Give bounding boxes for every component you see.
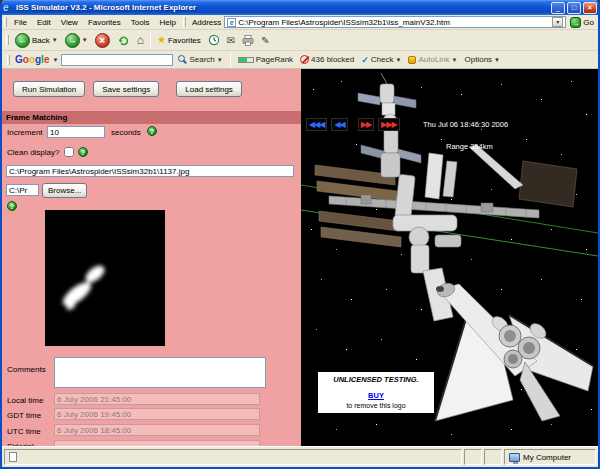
print-icon (242, 35, 254, 46)
clean-display-help-icon[interactable]: ? (78, 147, 88, 157)
rewind-button[interactable]: ◀◀ (331, 118, 347, 131)
pagerank-meter-icon (238, 57, 254, 63)
popup-blocked-button[interactable]: 436 blocked (298, 55, 356, 64)
license-banner: UNLICENSED TESTING. BUY to remove this l… (317, 371, 435, 414)
history-button[interactable] (205, 33, 223, 47)
clean-display-label: Clean display? (7, 148, 59, 157)
refresh-icon (117, 34, 130, 47)
search-dropdown-icon[interactable]: ▼ (217, 57, 223, 63)
toolbar-grip[interactable] (6, 35, 9, 45)
toolbar-separator (150, 32, 151, 48)
history-clock-icon (208, 34, 220, 46)
range-readout: Range 354km (446, 142, 493, 151)
menu-help[interactable]: Help (154, 18, 180, 27)
search-icon (178, 55, 187, 64)
address-label: Address (188, 18, 224, 27)
license-tail: to remove this logo (320, 402, 432, 409)
back-icon: ← (15, 33, 30, 48)
toolbar-grip[interactable] (183, 17, 186, 27)
forward-play-button[interactable]: ▶▶ (358, 118, 374, 131)
iss-thumbnail-blob (45, 210, 165, 346)
status-segment (464, 449, 482, 465)
google-search-button[interactable]: Search ▼ (176, 55, 224, 64)
increment-input[interactable] (47, 126, 105, 138)
increment-help-icon[interactable]: ? (147, 126, 157, 136)
forward-button[interactable]: → ▼ (62, 32, 91, 49)
favorites-button[interactable]: ★ Favorites (154, 34, 204, 46)
toolbar-grip[interactable] (4, 17, 7, 27)
document-status-icon (9, 452, 17, 462)
status-message-area (4, 449, 462, 465)
utc-time-field (54, 424, 260, 436)
buy-link[interactable]: BUY (368, 391, 384, 400)
maximize-button[interactable]: □ (567, 2, 581, 14)
status-segment (484, 449, 502, 465)
check-dropdown-icon[interactable]: ▼ (395, 57, 401, 63)
toolbar-grip[interactable] (7, 55, 10, 65)
stop-button[interactable]: × (92, 32, 113, 49)
clean-display-checkbox[interactable] (64, 147, 74, 157)
status-bar: My Computer (2, 446, 598, 467)
popup-blocker-icon (300, 55, 309, 64)
title-bar[interactable]: e ISS Simulator V3.2 - Microsoft Interne… (0, 0, 600, 15)
browser-window: e ISS Simulator V3.2 - Microsoft Interne… (0, 0, 600, 469)
increment-unit-label: seconds (111, 128, 141, 137)
menu-file[interactable]: File (9, 18, 32, 27)
edit-button[interactable]: ✎ (258, 34, 272, 47)
local-time-label: Local time (7, 396, 43, 405)
file-help-icon[interactable]: ? (7, 201, 17, 211)
fast-forward-button[interactable]: ▶▶▶ (378, 118, 399, 131)
google-logo-dropdown-icon[interactable]: ▼ (52, 57, 58, 63)
utc-time-label: UTC time (7, 427, 41, 436)
save-settings-button[interactable]: Save settings (93, 81, 159, 97)
print-button[interactable] (239, 34, 257, 47)
autolink-dropdown-icon[interactable]: ▼ (452, 57, 458, 63)
gdt-time-label: GDT time (7, 411, 41, 420)
back-button[interactable]: ← Back ▼ (12, 32, 61, 49)
menu-tools[interactable]: Tools (126, 18, 155, 27)
options-button[interactable]: Options ▼ (463, 55, 503, 64)
frame-matching-header: Frame Matching (2, 111, 301, 124)
run-simulation-button[interactable]: Run Simulation (13, 81, 85, 97)
menu-favorites[interactable]: Favorites (83, 18, 126, 27)
google-search-input[interactable] (61, 54, 173, 66)
image-path-input[interactable] (6, 165, 294, 177)
address-url[interactable]: C:\Program Files\Astrospider\ISSsim32b1\… (238, 18, 550, 27)
close-button[interactable]: ✕ (583, 2, 597, 14)
playback-controls: ◀◀◀ ◀◀ ▶▶ ▶▶▶ (306, 118, 400, 131)
home-icon: ⌂ (137, 34, 144, 46)
window-title: ISS Simulator V3.2 - Microsoft Internet … (14, 3, 551, 12)
options-dropdown-icon[interactable]: ▼ (494, 57, 500, 63)
iss-3d-viewer[interactable]: ◀◀◀ ◀◀ ▶▶ ▶▶▶ Thu Jul 06 18:46:30 2006 R… (301, 69, 598, 446)
page-icon: e (227, 18, 236, 27)
simulator-control-panel: Run Simulation Save settings Load settin… (2, 69, 301, 446)
autolink-button[interactable]: AutoLink ▼ (406, 55, 459, 64)
security-zone: My Computer (504, 449, 596, 465)
pagerank-indicator[interactable]: PageRank (236, 55, 295, 64)
load-settings-button[interactable]: Load settings (176, 81, 242, 97)
minimize-button[interactable]: _ (551, 2, 565, 14)
forward-dropdown-icon[interactable]: ▼ (82, 37, 88, 43)
go-button[interactable]: → Go (568, 17, 598, 28)
back-dropdown-icon[interactable]: ▼ (52, 37, 58, 43)
mail-button[interactable]: ✉ (224, 34, 238, 47)
comments-textarea[interactable] (54, 357, 266, 388)
menu-edit[interactable]: Edit (32, 18, 56, 27)
gdt-time-field (54, 408, 260, 420)
refresh-button[interactable] (114, 33, 133, 48)
address-dropdown-icon[interactable]: ▾ (552, 17, 563, 27)
spellcheck-button[interactable]: ✓ Check ▼ (359, 55, 403, 65)
google-logo[interactable]: Google (15, 54, 49, 65)
fast-rewind-button[interactable]: ◀◀◀ (306, 118, 327, 131)
address-bar[interactable]: e C:\Program Files\Astrospider\ISSsim32b… (224, 16, 566, 28)
forward-icon: → (65, 33, 80, 48)
file-upload-input[interactable] (6, 184, 39, 196)
home-button[interactable]: ⌂ (134, 33, 147, 47)
menu-view[interactable]: View (56, 18, 83, 27)
standard-toolbar: ← Back ▼ → ▼ × ⌂ ★ Favorites (2, 30, 598, 51)
google-toolbar: Google ▼ Search ▼ PageRank 436 blocked ✓… (2, 51, 598, 69)
browse-button[interactable]: Browse... (42, 183, 87, 198)
page-content: Run Simulation Save settings Load settin… (2, 69, 598, 446)
go-arrow-icon: → (570, 17, 581, 28)
edit-pencil-icon: ✎ (261, 35, 269, 46)
